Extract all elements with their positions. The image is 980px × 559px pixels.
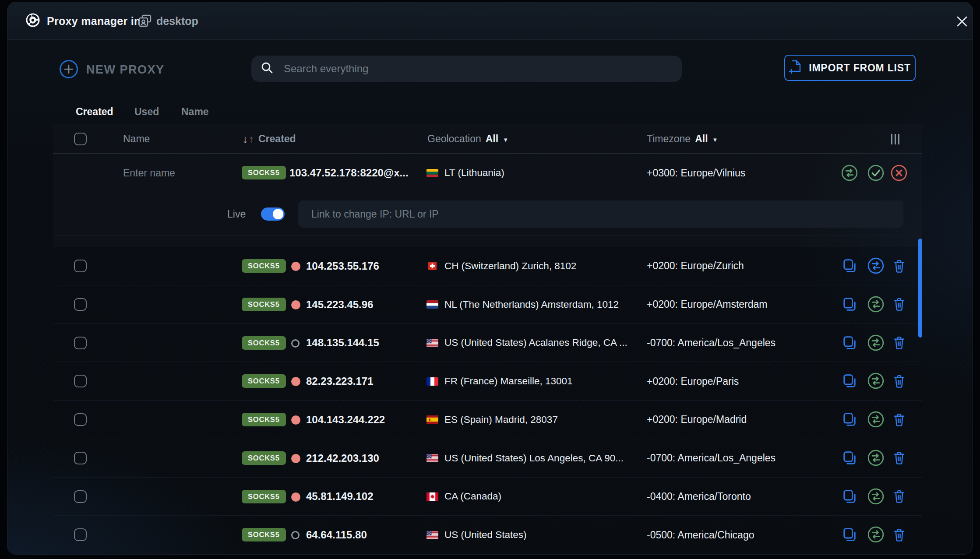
delete-button[interactable] (890, 410, 908, 429)
header-name: Name (123, 124, 150, 154)
protocol-badge: SOCKS5 (242, 259, 286, 273)
new-proxy-label: NEW PROXY (86, 63, 165, 77)
protocol-badge: SOCKS5 (242, 451, 286, 465)
delete-button[interactable] (890, 525, 908, 544)
table-row: SOCKS5 45.81.149.102 CA (Canada) -0400: … (53, 478, 922, 516)
timezone-text: -0400: America/Toronto (647, 478, 751, 516)
table-row: SOCKS5 148.135.144.15 US (United States)… (53, 324, 922, 362)
flag-fr-icon (427, 377, 438, 386)
toggle-knob (273, 209, 283, 219)
rotate-ip-button[interactable] (867, 372, 885, 390)
status-dot-icon (291, 377, 300, 386)
chevron-down-icon: ▼ (503, 135, 508, 143)
rotate-ip-button[interactable] (867, 410, 885, 429)
flag-us-icon (427, 339, 438, 347)
close-button[interactable] (953, 13, 971, 30)
proxy-manager-dialog: Proxy manager in desktop NEW PROXY (7, 2, 973, 555)
import-from-list-label: IMPORT FROM LIST (809, 62, 911, 74)
profiles-icon (137, 14, 152, 30)
proxy-name-input[interactable] (123, 163, 233, 183)
tab-created[interactable]: Created (76, 99, 113, 124)
copy-button[interactable] (840, 449, 859, 467)
rotate-ip-button[interactable] (867, 257, 885, 275)
columns-settings-icon[interactable] (891, 124, 899, 154)
table-row: SOCKS5 145.223.45.96 NL (The Netherlands… (53, 285, 922, 324)
geolocation-text: US (United States) Los Angeles, CA 90... (444, 453, 624, 464)
row-checkbox[interactable] (74, 490, 87, 503)
delete-button[interactable] (890, 295, 908, 313)
sort-asc-icon: ↑ (249, 133, 254, 145)
rotate-ip-button[interactable] (867, 295, 885, 313)
timezone-text: -0500: America/Chicago (647, 516, 754, 554)
timezone-text: +0300: Europe/Vilnius (647, 154, 745, 192)
protocol-badge: SOCKS5 (242, 528, 286, 541)
protocol-badge: SOCKS5 (242, 336, 286, 350)
protocol-badge: SOCKS5 (242, 490, 286, 503)
scrollbar-thumb[interactable] (918, 239, 922, 338)
copy-button[interactable] (840, 410, 859, 429)
rotate-ip-button[interactable] (867, 525, 885, 544)
window-title: Proxy manager in (47, 2, 141, 40)
header-timezone-filter[interactable]: Timezone All ▼ (647, 124, 718, 154)
header-created-sort[interactable]: ↓↑ Created (243, 124, 296, 154)
sort-tabs: Created Used Name (53, 99, 922, 124)
protocol-badge: SOCKS5 (242, 374, 286, 388)
new-proxy-edit-card: SOCKS5 103.47.52.178:8220@x... LT (Lithu… (53, 154, 922, 247)
live-toggle[interactable] (261, 207, 285, 221)
delete-button[interactable] (890, 372, 908, 390)
rotate-ip-button[interactable] (840, 164, 859, 182)
select-all-checkbox[interactable] (74, 133, 87, 145)
cancel-button[interactable] (890, 164, 908, 182)
row-checkbox[interactable] (74, 298, 87, 311)
delete-button[interactable] (890, 257, 908, 275)
rotate-ip-button[interactable] (867, 334, 885, 352)
table-row: SOCKS5 82.23.223.171 FR (France) Marseil… (53, 362, 922, 401)
geolocation-text: US (United States) (444, 529, 527, 541)
import-from-list-button[interactable]: IMPORT FROM LIST (784, 55, 916, 81)
proxy-table: Created Used Name Name ↓↑ Created Geoloc… (53, 99, 922, 543)
copy-button[interactable] (840, 372, 859, 390)
rotate-ip-button[interactable] (867, 449, 885, 467)
row-checkbox[interactable] (74, 375, 87, 387)
row-checkbox[interactable] (74, 337, 87, 349)
flag-nl-icon (427, 300, 438, 309)
search-bar (251, 56, 682, 82)
delete-button[interactable] (890, 449, 908, 467)
copy-button[interactable] (840, 295, 859, 313)
search-input[interactable] (284, 63, 673, 75)
table-row: SOCKS5 64.64.115.80 US (United States) -… (53, 516, 922, 554)
confirm-button[interactable] (867, 164, 885, 182)
delete-button[interactable] (890, 487, 908, 506)
timezone-text: +0200: Europe/Paris (647, 362, 739, 401)
copy-button[interactable] (840, 525, 859, 544)
row-checkbox[interactable] (74, 413, 87, 426)
status-dot-icon (291, 492, 300, 502)
new-proxy-button[interactable]: NEW PROXY (59, 60, 165, 80)
proxy-address: 64.64.115.80 (306, 516, 367, 554)
header-geolocation-filter[interactable]: Geolocation All ▼ (427, 124, 508, 154)
tab-used[interactable]: Used (134, 99, 159, 124)
row-checkbox[interactable] (74, 260, 87, 272)
titlebar: Proxy manager in desktop (7, 2, 973, 40)
timezone-text: +0200: Europe/Zurich (647, 247, 744, 285)
geolocation-text: CH (Switzerland) Zurich, 8102 (444, 260, 576, 272)
copy-button[interactable] (840, 257, 859, 275)
delete-button[interactable] (890, 334, 908, 352)
header-created-label: Created (258, 133, 296, 145)
geolocation-text: US (United States) Acalanes Ridge, CA ..… (444, 337, 627, 348)
copy-button[interactable] (840, 487, 859, 506)
plus-circle-icon (59, 60, 78, 80)
proxy-address: 103.47.52.178:8220@x... (289, 154, 409, 192)
import-file-icon (789, 59, 802, 77)
timezone-text: +0200: Europe/Amsterdam (647, 285, 768, 324)
copy-button[interactable] (840, 334, 859, 352)
table-row: SOCKS5 212.42.203.130 US (United States)… (53, 439, 922, 478)
table-header: Name ↓↑ Created Geolocation All ▼ Timezo… (53, 124, 922, 154)
flag-us-icon (427, 531, 438, 539)
row-checkbox[interactable] (74, 452, 87, 464)
proxy-address: 104.143.244.222 (306, 401, 385, 439)
change-ip-link-input[interactable] (298, 200, 903, 228)
row-checkbox[interactable] (74, 528, 87, 541)
rotate-ip-button[interactable] (867, 487, 885, 506)
tab-name[interactable]: Name (181, 99, 209, 124)
